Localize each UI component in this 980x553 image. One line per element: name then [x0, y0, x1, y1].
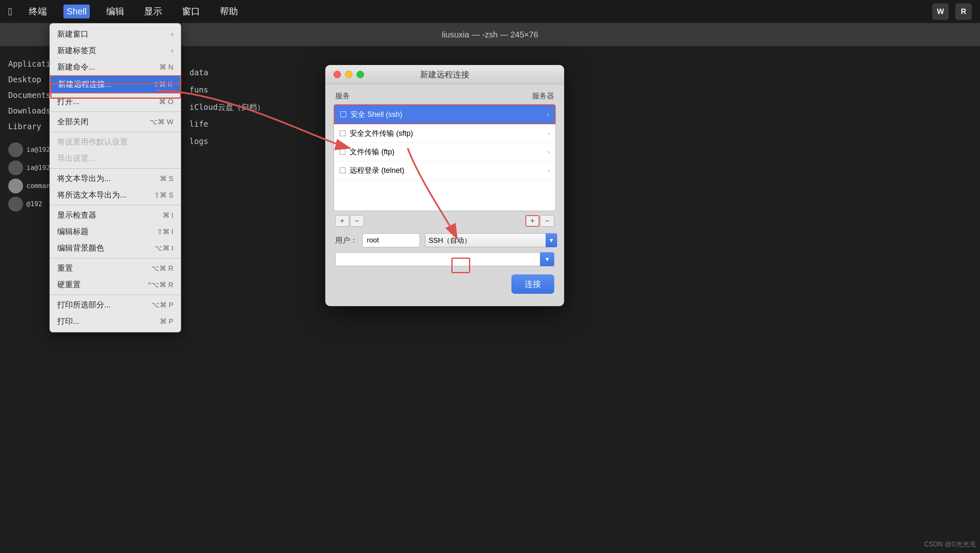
- watermark: CSDN @©光光充: [924, 540, 976, 549]
- server-address-input[interactable]: [335, 252, 540, 266]
- shell-dropdown-menu: 新建窗口 › 新建标签页 › 新建命令... ⌘ N 新建远程连接... ⇧⌘ …: [49, 23, 181, 332]
- menu-print[interactable]: 打印... ⌘ P: [50, 313, 181, 330]
- chevron-right-icon: ›: [548, 130, 550, 137]
- remote-connection-dialog: 新建远程连接 服务 服务器 安全 Shell (ssh) › 安全文件传输 (s…: [325, 65, 564, 306]
- menu-close-all[interactable]: 全部关闭 ⌥⌘ W: [50, 114, 181, 130]
- server-btn-group: + −: [525, 215, 554, 227]
- service-telnet[interactable]: 远程登录 (telnet) ›: [334, 161, 555, 180]
- word-icon[interactable]: W: [932, 3, 949, 20]
- add-server-button[interactable]: +: [525, 215, 539, 227]
- menu-divider-2: [50, 132, 181, 132]
- chevron-right-icon: ›: [171, 30, 173, 38]
- menubar-right-icons: W R: [932, 3, 972, 20]
- dialog-columns-header: 服务 服务器: [334, 91, 556, 104]
- chevron-right-icon: ›: [171, 47, 173, 54]
- remove-service-button[interactable]: −: [350, 215, 364, 227]
- menu-divider-1: [50, 112, 181, 112]
- menu-export-settings: 导出设置...: [50, 150, 181, 167]
- service-color-indicator: [340, 130, 345, 136]
- dialog-user-row: 用户： SSH（自动） ▼: [334, 231, 556, 250]
- menu-new-window[interactable]: 新建窗口 ›: [50, 26, 181, 42]
- service-column-header: 服务: [335, 91, 350, 101]
- terminal-title: liusuxia — -zsh — 245×76: [442, 30, 538, 40]
- menu-new-tab[interactable]: 新建标签页 ›: [50, 42, 181, 59]
- menu-export-selected-text[interactable]: 将所选文本导出为... ⇧⌘ S: [50, 187, 181, 203]
- r-icon[interactable]: R: [955, 3, 972, 20]
- menu-new-remote[interactable]: 新建远程连接... ⇧⌘ K: [50, 75, 181, 93]
- remove-server-button[interactable]: −: [540, 215, 554, 227]
- menu-hard-reset[interactable]: 硬重置 ^⌥⌘ R: [50, 276, 181, 293]
- menu-edit-title[interactable]: 编辑标题 ⇧⌘ I: [50, 223, 181, 240]
- menu-reset[interactable]: 重置 ⌥⌘ R: [50, 260, 181, 276]
- ssh-select[interactable]: SSH（自动） ▼: [425, 233, 554, 247]
- service-btn-group: + −: [335, 215, 364, 227]
- dialog-titlebar: 新建远程连接: [325, 65, 564, 84]
- user-input[interactable]: [362, 233, 420, 247]
- service-color-indicator: [341, 112, 346, 117]
- menu-print-selection[interactable]: 打印所选部分... ⌥⌘ P: [50, 297, 181, 313]
- apple-menu-icon[interactable]: : [8, 5, 12, 18]
- service-list: 安全 Shell (ssh) › 安全文件传输 (sftp) › 文件传输 (f…: [334, 104, 556, 211]
- dialog-footer: 连接: [334, 273, 556, 300]
- dialog-body: 服务 服务器 安全 Shell (ssh) › 安全文件传输 (sftp) ›: [325, 84, 564, 306]
- chevron-right-icon: ›: [548, 149, 550, 155]
- chevron-right-icon: ›: [548, 167, 550, 174]
- terminal-col1: data funs iCloud云盘（归档） life logs: [189, 64, 265, 150]
- server-column-header: 服务器: [532, 91, 554, 101]
- traffic-lights: [334, 71, 364, 78]
- add-service-button[interactable]: +: [335, 215, 349, 227]
- menubar-help[interactable]: 帮助: [217, 4, 241, 19]
- dialog-toolbar: + − + −: [334, 211, 556, 231]
- menubar-edit[interactable]: 编辑: [103, 4, 128, 19]
- minimize-button[interactable]: [345, 71, 352, 78]
- second-dropdown-arrow-icon[interactable]: ▼: [540, 252, 554, 266]
- menu-show-inspector[interactable]: 显示检查器 ⌘ I: [50, 207, 181, 223]
- menubar-shell[interactable]: Shell: [63, 5, 90, 19]
- service-ftp[interactable]: 文件传输 (ftp) ›: [334, 143, 555, 161]
- dialog-second-row: ▼: [334, 250, 556, 269]
- menu-new-command[interactable]: 新建命令... ⌘ N: [50, 59, 181, 75]
- menu-divider-3: [50, 168, 181, 169]
- maximize-button[interactable]: [357, 71, 364, 78]
- service-sftp[interactable]: 安全文件传输 (sftp) ›: [334, 124, 555, 143]
- dialog-title: 新建远程连接: [420, 69, 469, 80]
- connect-button[interactable]: 连接: [511, 274, 554, 294]
- menubar-terminal[interactable]: 终端: [26, 4, 50, 19]
- service-ssh[interactable]: 安全 Shell (ssh) ›: [334, 105, 555, 124]
- service-color-indicator: [340, 167, 345, 173]
- ssh-select-arrow-icon: ▼: [546, 233, 557, 247]
- menu-divider-4: [50, 205, 181, 205]
- service-color-indicator: [340, 149, 345, 155]
- chevron-right-icon: ›: [547, 111, 549, 118]
- menu-open[interactable]: 打开... ⌘ O: [50, 93, 181, 110]
- menu-divider-6: [50, 295, 181, 295]
- close-button[interactable]: [334, 71, 341, 78]
- menu-edit-background[interactable]: 编辑背景颜色 ⌥⌘ I: [50, 240, 181, 256]
- menu-export-text[interactable]: 将文本导出为... ⌘ S: [50, 170, 181, 187]
- menubar-window[interactable]: 窗口: [179, 4, 203, 19]
- menubar-view[interactable]: 显示: [141, 4, 166, 19]
- session-item-1: ia@192: [8, 142, 50, 157]
- menu-set-default: 将设置用作默认设置: [50, 134, 181, 150]
- menu-divider-5: [50, 258, 181, 258]
- menubar:  终端 Shell 编辑 显示 窗口 帮助 W R: [0, 0, 980, 23]
- user-label: 用户：: [335, 235, 357, 245]
